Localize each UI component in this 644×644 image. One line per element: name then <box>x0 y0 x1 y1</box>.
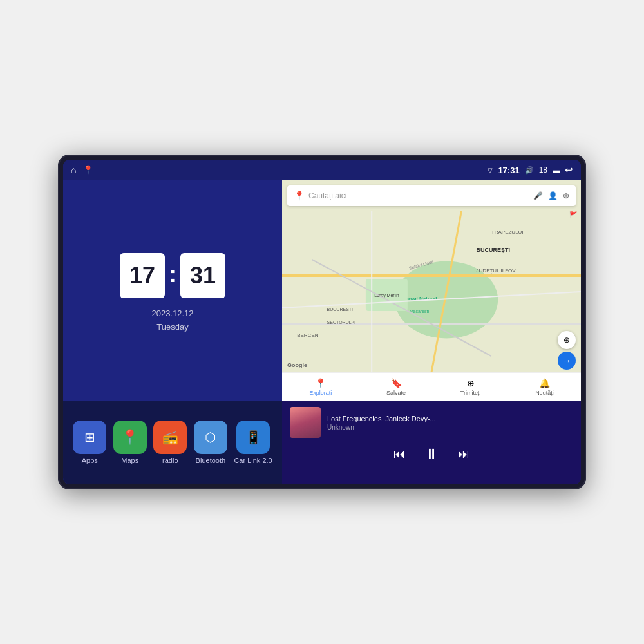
map-compass-btn[interactable]: ⊕ <box>558 331 576 349</box>
clock-section: 17 : 31 2023.12.12 Tuesday <box>63 180 282 401</box>
map-nav-send[interactable]: ⊕ Trimiteți <box>460 378 481 396</box>
maps-label: Maps <box>121 457 138 464</box>
map-search-bar[interactable]: 📍 Căutați aici 🎤 👤 ⊕ <box>287 185 576 206</box>
music-thumbnail <box>290 407 321 438</box>
map-navigate-btn[interactable]: → <box>558 352 576 370</box>
saved-label: Salvate <box>386 390 406 396</box>
map-section[interactable]: Parcul Natural Văcărești Leroy Merlin <box>282 180 581 401</box>
back-icon[interactable]: ↩ <box>565 164 573 176</box>
google-logo: Google <box>287 362 307 368</box>
news-label: Noutăți <box>535 390 554 396</box>
clock-display: 17 : 31 <box>120 253 225 298</box>
music-text: Lost Frequencies_Janieck Devy-... Unknow… <box>327 415 573 431</box>
radio-icon-box: 📻 <box>153 421 187 454</box>
status-right: ▽ 17:31 🔊 18 ▬ ↩ <box>488 164 573 176</box>
bluetooth-icon: ⬡ <box>205 430 216 445</box>
map-pin-icon: 📍 <box>294 191 305 201</box>
battery-icon: ▬ <box>553 166 560 174</box>
music-artist: Unknown <box>327 424 573 431</box>
send-label: Trimiteți <box>460 390 481 396</box>
app-icon-maps[interactable]: 📍 Maps <box>113 421 147 464</box>
map-search-text: Căutați aici <box>308 191 529 200</box>
carlink-icon: 📱 <box>245 430 261 445</box>
map-flag: 🚩 <box>569 211 577 218</box>
apps-icon-box: ⊞ <box>73 421 106 454</box>
play-pause-button[interactable]: ⏸ <box>424 446 439 462</box>
music-panel: Lost Frequencies_Janieck Devy-... Unknow… <box>282 401 581 484</box>
clock-hours: 17 <box>120 253 165 298</box>
date-value: 2023.12.12 <box>151 307 193 321</box>
status-bar: ⌂ 📍 ▽ 17:31 🔊 18 ▬ ↩ <box>63 160 581 180</box>
map-nav-saved[interactable]: 🔖 Salvate <box>386 378 406 396</box>
volume-icon: 🔊 <box>525 166 534 175</box>
news-icon: 🔔 <box>539 378 550 388</box>
app-icon-carlink[interactable]: 📱 Car Link 2.0 <box>234 421 272 464</box>
mic-icon[interactable]: 🎤 <box>533 191 543 200</box>
music-thumb-image <box>290 407 321 438</box>
next-button[interactable]: ⏭ <box>458 448 469 461</box>
apps-icon: ⊞ <box>84 430 95 445</box>
explore-icon: 📍 <box>315 378 326 388</box>
map-background: Parcul Natural Văcărești Leroy Merlin <box>282 180 581 401</box>
prev-button[interactable]: ⏮ <box>393 448 405 461</box>
signal-strength: 18 <box>539 166 547 175</box>
maps-status-icon: 📍 <box>82 165 93 175</box>
map-nav-bar: 📍 Explorați 🔖 Salvate ⊕ Trimiteți <box>282 372 581 401</box>
car-display-device: ⌂ 📍 ▽ 17:31 🔊 18 ▬ ↩ 17 : 31 <box>58 155 586 489</box>
svg-text:TRAPEZULUI: TRAPEZULUI <box>491 229 524 235</box>
maps-icon: 📍 <box>121 429 138 446</box>
layers-icon[interactable]: ⊕ <box>563 191 569 200</box>
app-icon-radio[interactable]: 📻 radio <box>153 421 187 464</box>
date-info: 2023.12.12 Tuesday <box>151 307 193 334</box>
clock-minutes: 31 <box>180 253 225 298</box>
svg-text:Văcărești: Văcărești <box>410 309 430 314</box>
explore-label: Explorați <box>309 390 332 396</box>
saved-icon: 🔖 <box>391 378 402 388</box>
apps-label: Apps <box>82 457 98 464</box>
account-icon[interactable]: 👤 <box>548 191 558 200</box>
send-icon: ⊕ <box>467 378 475 388</box>
svg-text:BUCUREȘTI: BUCUREȘTI <box>327 307 354 312</box>
home-icon[interactable]: ⌂ <box>71 165 76 175</box>
carlink-label: Car Link 2.0 <box>234 457 272 464</box>
day-value: Tuesday <box>151 321 193 334</box>
svg-text:BERCENI: BERCENI <box>297 332 320 338</box>
music-controls: ⏮ ⏸ ⏭ <box>282 442 581 469</box>
maps-icon-box: 📍 <box>113 421 147 454</box>
radio-label: radio <box>162 457 178 464</box>
app-icon-bluetooth[interactable]: ⬡ Bluetooth <box>194 421 227 464</box>
svg-text:SECTORUL 4: SECTORUL 4 <box>327 320 355 325</box>
svg-text:JUDEȚUL ILFOV: JUDEȚUL ILFOV <box>477 268 516 274</box>
clock-colon: : <box>169 261 176 288</box>
signal-arrow-icon: ▽ <box>488 167 493 174</box>
left-panel: 17 : 31 2023.12.12 Tuesday ⊞ <box>63 180 282 484</box>
right-content: Parcul Natural Văcărești Leroy Merlin <box>282 180 581 484</box>
svg-text:BUCUREȘTI: BUCUREȘTI <box>477 247 511 253</box>
device-screen: ⌂ 📍 ▽ 17:31 🔊 18 ▬ ↩ 17 : 31 <box>63 160 581 484</box>
music-info: Lost Frequencies_Janieck Devy-... Unknow… <box>282 401 581 442</box>
map-nav-explore[interactable]: 📍 Explorați <box>309 378 332 396</box>
app-icon-apps[interactable]: ⊞ Apps <box>73 421 106 464</box>
main-content: 17 : 31 2023.12.12 Tuesday ⊞ <box>63 180 581 484</box>
map-search-icons: 🎤 👤 ⊕ <box>533 191 569 200</box>
map-nav-news[interactable]: 🔔 Noutăți <box>535 378 554 396</box>
carlink-icon-box: 📱 <box>236 421 270 454</box>
bluetooth-icon-box: ⬡ <box>194 421 227 454</box>
bluetooth-label: Bluetooth <box>196 457 225 464</box>
status-left: ⌂ 📍 <box>71 165 93 175</box>
app-bar: ⊞ Apps 📍 Maps 📻 radio <box>63 401 282 484</box>
music-title: Lost Frequencies_Janieck Devy-... <box>327 415 573 422</box>
radio-icon: 📻 <box>162 430 178 445</box>
status-time: 17:31 <box>498 166 519 175</box>
map-svg: Parcul Natural Văcărești Leroy Merlin <box>282 211 581 372</box>
